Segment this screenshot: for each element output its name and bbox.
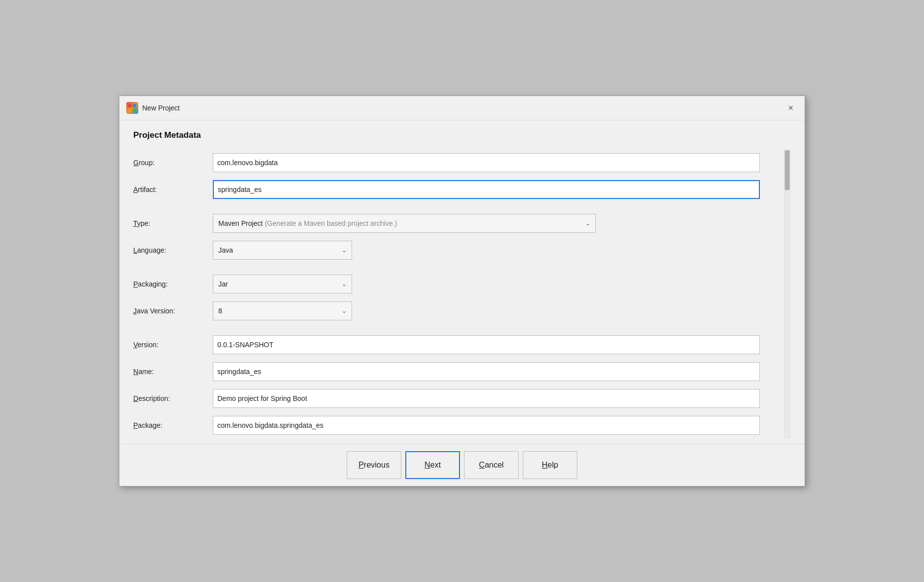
control-package (213, 412, 777, 439)
section-title: Project Metadata (133, 130, 791, 140)
control-java-version: 8 ⌄ (213, 297, 777, 324)
title-bar-left: New Project (126, 102, 180, 114)
chevron-down-icon: ⌄ (585, 220, 590, 227)
select-type-value: Maven Project (Generate a Maven based pr… (218, 219, 397, 227)
select-packaging[interactable]: Jar ⌄ (213, 275, 352, 293)
label-description: Description: (133, 388, 213, 408)
next-button[interactable]: Next (405, 451, 460, 479)
form-grid: Group: Artifact: (133, 149, 777, 439)
input-version[interactable] (213, 335, 760, 354)
control-artifact (213, 176, 777, 203)
main-area: Group: Artifact: (133, 149, 791, 439)
previous-button[interactable]: Previous (347, 451, 401, 479)
label-java-version: Java Version: (133, 301, 213, 321)
select-java-version[interactable]: 8 ⌄ (213, 301, 352, 320)
chevron-down-icon: ⌄ (342, 247, 347, 254)
control-packaging: Jar ⌄ (213, 271, 777, 297)
label-artifact: Artifact: (133, 180, 213, 199)
chevron-down-icon: ⌄ (342, 307, 347, 314)
control-version (213, 331, 777, 358)
control-group (213, 149, 777, 176)
help-label: Help (542, 461, 558, 470)
control-language: Java ⌄ (213, 237, 777, 264)
select-packaging-value: Jar (218, 280, 228, 288)
chevron-down-icon: ⌄ (342, 281, 347, 288)
input-description[interactable] (213, 389, 760, 408)
select-java-version-value: 8 (218, 307, 222, 315)
label-type: Type: (133, 213, 213, 233)
spacer-1 (133, 203, 777, 210)
input-artifact[interactable] (213, 180, 760, 199)
form-area: Group: Artifact: (133, 149, 784, 439)
cancel-button[interactable]: Cancel (464, 451, 519, 479)
input-package[interactable] (213, 416, 760, 435)
label-version: Version: (133, 335, 213, 355)
svg-rect-2 (128, 108, 132, 112)
title-bar: New Project × (119, 96, 805, 120)
control-name (213, 358, 777, 385)
label-language: Language: (133, 240, 213, 260)
dialog-footer: Previous Next Cancel Help (119, 444, 805, 486)
control-type: Maven Project (Generate a Maven based pr… (213, 210, 777, 237)
window-title: New Project (142, 104, 180, 112)
label-package: Package: (133, 415, 213, 435)
select-language-value: Java (218, 246, 233, 254)
svg-rect-0 (128, 104, 132, 107)
label-group: Group: (133, 153, 213, 173)
previous-label: Previous (359, 461, 389, 470)
spacer-2 (133, 264, 777, 271)
input-group[interactable] (213, 153, 760, 172)
next-label: Next (425, 461, 441, 470)
app-icon (126, 102, 138, 114)
input-name[interactable] (213, 362, 760, 381)
new-project-dialog: New Project × Project Metadata Group: A (119, 96, 805, 486)
spacer-3 (133, 324, 777, 331)
label-name: Name: (133, 362, 213, 382)
scrollbar-thumb[interactable] (785, 150, 790, 190)
scrollbar[interactable] (784, 149, 791, 439)
svg-rect-3 (133, 108, 136, 112)
label-packaging: Packaging: (133, 274, 213, 294)
help-button[interactable]: Help (523, 451, 577, 479)
close-button[interactable]: × (784, 101, 798, 115)
svg-rect-1 (133, 104, 136, 107)
control-description (213, 385, 777, 412)
select-type[interactable]: Maven Project (Generate a Maven based pr… (213, 214, 596, 233)
dialog-body: Project Metadata Group: Artifact: (119, 120, 805, 444)
cancel-label: Cancel (479, 461, 504, 470)
select-language[interactable]: Java ⌄ (213, 241, 352, 260)
